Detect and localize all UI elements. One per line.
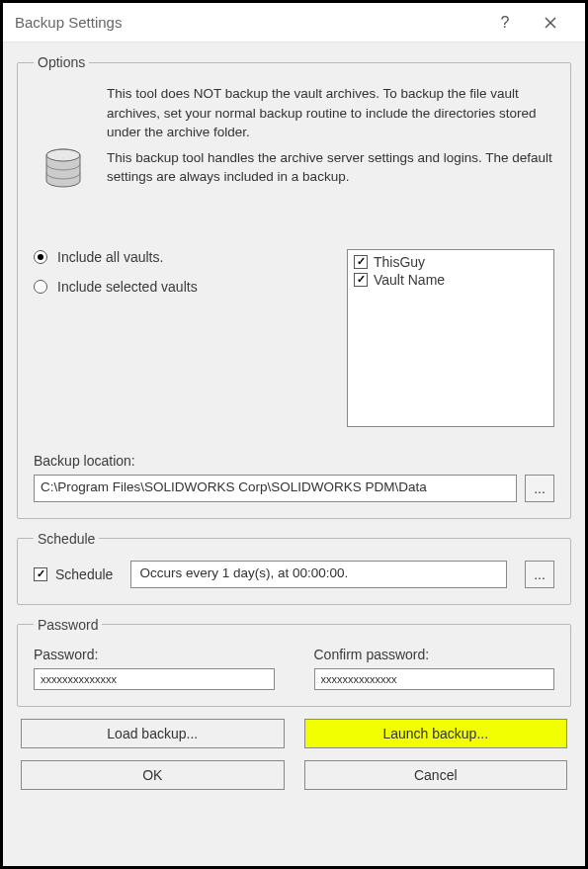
- password-input[interactable]: xxxxxxxxxxxxxx: [34, 668, 275, 690]
- radio-include-selected[interactable]: Include selected vaults: [34, 279, 331, 295]
- options-legend: Options: [34, 54, 89, 70]
- schedule-row: Schedule Occurs every 1 day(s), at 00:00…: [34, 561, 554, 588]
- schedule-browse-button[interactable]: ...: [525, 561, 554, 588]
- schedule-group: Schedule Schedule Occurs every 1 day(s),…: [17, 531, 571, 605]
- vault-item[interactable]: ThisGuy: [354, 254, 547, 270]
- checkbox-icon[interactable]: [354, 255, 368, 269]
- svg-point-3: [46, 149, 80, 161]
- dialog-buttons: Load backup... Launch backup... OK Cance…: [17, 719, 571, 790]
- schedule-legend: Schedule: [34, 531, 99, 547]
- backup-location-row: C:\Program Files\SOLIDWORKS Corp\SOLIDWO…: [34, 475, 554, 502]
- launch-backup-button[interactable]: Launch backup...: [304, 719, 568, 748]
- options-desc1: This tool does NOT backup the vault arch…: [34, 84, 554, 142]
- checkbox-icon[interactable]: [354, 273, 368, 287]
- backup-settings-dialog: Backup Settings ? Options This tool does…: [0, 0, 588, 869]
- vault-list[interactable]: ThisGuy Vault Name: [347, 249, 554, 427]
- confirm-password-label: Confirm password:: [314, 647, 555, 662]
- confirm-password-input[interactable]: xxxxxxxxxxxxxx: [314, 668, 555, 690]
- close-button[interactable]: [528, 3, 573, 43]
- password-grid: Password: xxxxxxxxxxxxxx Confirm passwor…: [34, 647, 554, 690]
- vault-scope-radios: Include all vaults. Include selected vau…: [34, 249, 331, 427]
- confirm-password-col: Confirm password: xxxxxxxxxxxxxx: [314, 647, 555, 690]
- database-icon: [34, 148, 93, 192]
- password-group: Password Password: xxxxxxxxxxxxxx Confir…: [17, 617, 571, 707]
- title-bar: Backup Settings ?: [3, 3, 585, 43]
- load-backup-button[interactable]: Load backup...: [21, 719, 285, 748]
- radio-icon: [34, 280, 47, 294]
- backup-location-input[interactable]: C:\Program Files\SOLIDWORKS Corp\SOLIDWO…: [34, 475, 517, 502]
- browse-location-button[interactable]: ...: [525, 475, 554, 502]
- checkbox-icon[interactable]: [34, 567, 47, 581]
- options-group: Options This tool does NOT backup the va…: [17, 54, 571, 519]
- vault-item[interactable]: Vault Name: [354, 272, 547, 288]
- options-desc2: This backup tool handles the archive ser…: [34, 148, 554, 192]
- schedule-value[interactable]: Occurs every 1 day(s), at 00:00:00.: [130, 561, 507, 588]
- password-col: Password: xxxxxxxxxxxxxx: [34, 647, 275, 690]
- help-button[interactable]: ?: [482, 3, 528, 43]
- password-label: Password:: [34, 647, 275, 662]
- password-legend: Password: [34, 617, 102, 633]
- ok-button[interactable]: OK: [21, 760, 285, 790]
- cancel-button[interactable]: Cancel: [304, 760, 568, 790]
- radio-include-all[interactable]: Include all vaults.: [34, 249, 331, 265]
- radio-icon: [34, 250, 47, 264]
- dialog-content: Options This tool does NOT backup the va…: [3, 43, 585, 866]
- schedule-checkbox[interactable]: Schedule: [34, 566, 113, 582]
- close-icon: [545, 17, 556, 29]
- backup-location-label: Backup location:: [34, 453, 554, 469]
- options-body: Include all vaults. Include selected vau…: [34, 249, 554, 427]
- window-title: Backup Settings: [15, 14, 482, 31]
